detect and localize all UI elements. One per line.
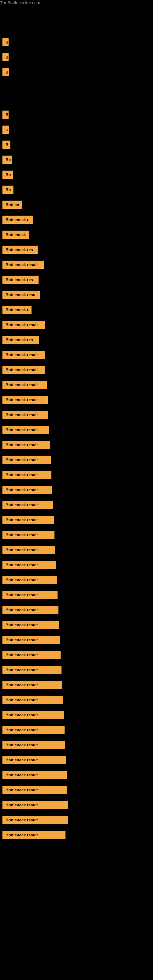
list-item: Bottleneck result	[0, 514, 153, 526]
bottleneck-label: Bottleneck result	[2, 396, 48, 404]
bottleneck-label: Bottleneck result	[2, 726, 65, 734]
list-item: Bottleneck result	[0, 259, 153, 271]
list-item: Bottleneck result	[0, 724, 153, 736]
bottleneck-label: Bottleneck result	[2, 636, 60, 644]
bottleneck-label: Bottleneck result	[2, 621, 59, 629]
list-item: Bottleneck res	[0, 334, 153, 346]
list-item: Bottleneck result	[0, 484, 153, 496]
bottleneck-label: Bo	[2, 186, 13, 194]
bottleneck-label: Bo	[2, 156, 12, 164]
list-item: Bottleneck result	[0, 469, 153, 481]
bottleneck-label: Bottleneck resu	[2, 291, 40, 299]
list-item: B	[0, 109, 153, 121]
list-item: B	[0, 66, 153, 78]
list-item: Bottleneck result	[0, 319, 153, 331]
bottleneck-label: Bottleneck result	[2, 516, 54, 524]
list-item: Bottleneck result	[0, 604, 153, 616]
list-item: Bottleneck result	[0, 364, 153, 376]
bottleneck-label: Bottleneck result	[2, 591, 57, 599]
bottleneck-label: Bottleneck res	[2, 246, 38, 254]
bottleneck-label: Bottleneck result	[2, 366, 45, 374]
bottleneck-label: Bottleneck r	[2, 305, 32, 314]
list-item: Bottleneck res	[0, 244, 153, 256]
bottleneck-label: Bo	[2, 170, 13, 179]
list-item: Bo	[0, 184, 153, 196]
list-item: Bottleneck result	[0, 379, 153, 391]
bottleneck-label: Bottleneck result	[2, 696, 63, 704]
bottleneck-label: Bottlen	[2, 200, 22, 209]
bottleneck-label: Bottleneck result	[2, 261, 44, 269]
bottleneck-label: Bottleneck result	[2, 831, 65, 839]
bottleneck-label: Bottleneck result	[2, 411, 48, 419]
list-item: Bottlen	[0, 199, 153, 211]
list-item: Bottleneck	[0, 229, 153, 241]
list-item: Bottleneck result	[0, 529, 153, 541]
bottleneck-label: Bottleneck result	[2, 711, 64, 719]
bottleneck-label: Bottleneck result	[2, 441, 50, 449]
bottleneck-label: Bottleneck result	[2, 756, 66, 764]
list-item: Bottleneck result	[0, 769, 153, 781]
list-item: Bottleneck result	[0, 664, 153, 676]
list-item: Bottleneck result	[0, 649, 153, 661]
list-item: s	[0, 124, 153, 136]
bottleneck-label: Bottleneck result	[2, 816, 68, 824]
bottleneck-label: B	[2, 140, 10, 149]
list-item: Bottleneck result	[0, 454, 153, 466]
site-title-bar: TheBottlenecker.com	[0, 0, 153, 5]
site-title: TheBottlenecker.com	[0, 0, 40, 7]
list-item: Bo	[0, 154, 153, 166]
bottleneck-label: Bottleneck result	[2, 666, 62, 674]
bottleneck-label: B	[2, 68, 9, 76]
bottleneck-label: Bottleneck result	[2, 771, 67, 779]
list-item: Bottleneck result	[0, 679, 153, 691]
list-item: Bottleneck result	[0, 694, 153, 706]
list-item: Bottleneck result	[0, 799, 153, 811]
bottleneck-label: Bottleneck res	[2, 275, 38, 284]
bottleneck-label: Bottleneck result	[2, 786, 67, 794]
bottleneck-label: Bottleneck result	[2, 741, 65, 749]
bottleneck-label: Bottleneck result	[2, 381, 47, 389]
bottleneck-label: Bottleneck result	[2, 561, 56, 569]
bottleneck-label: Bottleneck result	[2, 321, 45, 329]
bottleneck-label: Bottleneck result	[2, 486, 52, 494]
bottleneck-label: Bottleneck r	[2, 216, 33, 224]
bottleneck-label: Bottleneck result	[2, 681, 62, 689]
bottleneck-label: B	[2, 38, 9, 46]
list-item: Bottleneck result	[0, 589, 153, 601]
bottleneck-label: s	[2, 126, 9, 134]
list-item: Bottleneck result	[0, 499, 153, 511]
bottleneck-label: Bottleneck result	[2, 501, 53, 509]
list-item: Bottleneck result	[0, 634, 153, 646]
list-item: Bottleneck result	[0, 574, 153, 586]
list-item: Bo	[0, 169, 153, 181]
bottleneck-label: Bottleneck result	[2, 606, 59, 614]
bottleneck-label: Bottleneck result	[2, 456, 51, 464]
list-item: Bottleneck result	[0, 349, 153, 361]
list-item: Bottleneck result	[0, 619, 153, 631]
bottleneck-label: Bottleneck	[2, 231, 29, 239]
list-item: Bottleneck result	[0, 784, 153, 796]
bottleneck-label: B	[2, 53, 9, 61]
list-item: Bottleneck result	[0, 439, 153, 451]
list-item: Bottleneck result	[0, 544, 153, 556]
list-item: B	[0, 51, 153, 63]
list-item: Bottleneck resu	[0, 289, 153, 301]
bottleneck-label: Bottleneck result	[2, 531, 54, 539]
list-item: Bottleneck result	[0, 409, 153, 421]
bottleneck-label: Bottleneck res	[2, 336, 39, 344]
list-item: B	[0, 139, 153, 151]
bottleneck-label: Bottleneck result	[2, 651, 61, 659]
list-item: Bottleneck result	[0, 709, 153, 721]
list-item: Bottleneck result	[0, 424, 153, 436]
bottleneck-label: Bottleneck result	[2, 471, 51, 479]
list-item: Bottleneck r	[0, 304, 153, 316]
list-item: Bottleneck result	[0, 559, 153, 571]
list-item: Bottleneck result	[0, 829, 153, 841]
list-item: Bottleneck result	[0, 394, 153, 406]
list-item: Bottleneck result	[0, 814, 153, 826]
list-item: Bottleneck res	[0, 274, 153, 286]
bottleneck-label: Bottleneck result	[2, 801, 68, 809]
list-item: Bottleneck r	[0, 214, 153, 226]
bottleneck-label: Bottleneck result	[2, 546, 55, 554]
bottleneck-label: Bottleneck result	[2, 351, 45, 359]
